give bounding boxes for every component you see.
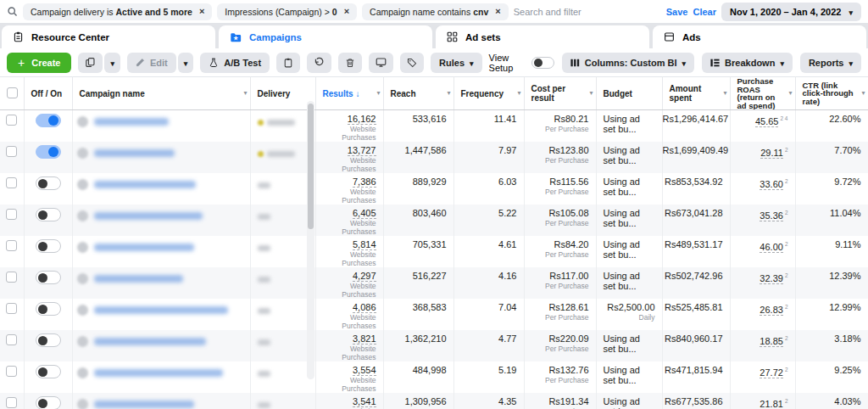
header-results[interactable]: Results ↓ [315,77,383,110]
roas-value[interactable]: 46.00 [760,242,783,253]
create-button[interactable]: Create [7,53,71,73]
roas-value[interactable]: 18.85 [760,336,783,347]
header-cost-per-result[interactable]: Cost per result [524,77,596,110]
duplicate-button[interactable] [78,53,103,73]
header-amount-spent[interactable]: Amount spent [662,77,730,110]
filter-chip-delivery[interactable]: Campaign delivery is Active and 5 more [23,3,212,20]
roas-value[interactable]: 26.83 [760,305,783,316]
row-checkbox[interactable] [6,177,17,188]
roas-cell: 46.002 [730,236,795,267]
campaign-name-redacted[interactable] [94,244,194,251]
row-checkbox[interactable] [6,397,17,408]
roas-value[interactable]: 45.65 [755,116,779,127]
header-purchase-roas[interactable]: Purchase ROAS (return on ad spend) [730,77,795,110]
results-value[interactable]: 6,405 [353,208,376,219]
close-icon[interactable] [344,7,349,16]
campaign-name-redacted[interactable] [94,338,206,345]
tab-campaigns[interactable]: ★ Campaigns [219,25,432,48]
view-setup-toggle[interactable] [531,57,554,69]
row-checkbox[interactable] [6,272,17,283]
row-checkbox[interactable] [6,240,17,251]
results-value[interactable]: 16,162 [348,114,376,125]
search-input[interactable] [514,7,661,17]
row-toggle[interactable] [36,176,61,190]
preview-button[interactable] [369,53,393,73]
roas-value[interactable]: 33.60 [760,179,783,190]
results-value[interactable]: 3,821 [353,333,376,345]
tab-resource-center[interactable]: Resource Center [2,25,215,48]
campaign-name-cell [72,142,250,173]
filter-chip-impressions[interactable]: Impressions (Campaign) > 0 [217,3,357,20]
budget-value: Using ad set bu... [604,271,655,291]
campaign-name-redacted[interactable] [94,401,194,408]
row-toggle[interactable] [36,302,61,316]
date-range-picker[interactable]: Nov 1, 2020 – Jan 4, 2022 [721,3,861,21]
save-filter-link[interactable]: Save [666,7,688,17]
roas-value[interactable]: 29.11 [760,148,783,159]
tag-button[interactable] [400,53,424,73]
delivery-text-redacted [258,308,270,314]
roas-value[interactable]: 32.39 [760,273,783,284]
roas-value[interactable]: 27.72 [760,367,783,378]
select-all-checkbox[interactable] [7,87,18,98]
campaign-name-redacted[interactable] [94,181,196,188]
roas-value[interactable]: 21.81 [760,399,783,409]
results-value[interactable]: 13,727 [348,145,376,156]
tab-ads[interactable]: Ads [653,25,866,48]
row-checkbox[interactable] [6,366,17,377]
header-frequency[interactable]: Frequency [453,77,524,110]
duplicate-menu-button[interactable] [104,53,120,73]
columns-button[interactable]: Columns: Custom BI [562,53,694,73]
close-icon[interactable] [199,7,204,16]
results-value[interactable]: 3,554 [353,365,376,376]
budget-value: Using ad set bu... [604,176,655,197]
budget-value: Using ad set bu... [604,396,655,409]
row-toggle[interactable] [36,145,61,159]
roas-value[interactable]: 35.36 [760,210,783,221]
clear-filter-link[interactable]: Clear [693,7,716,17]
rules-button[interactable]: Rules [431,53,482,73]
undo-button[interactable] [307,53,331,73]
campaign-name-redacted[interactable] [94,118,169,126]
results-value[interactable]: 4,297 [353,271,376,282]
scrollbar-thumb[interactable] [308,104,314,229]
campaign-name-redacted[interactable] [94,212,203,220]
campaign-name-redacted[interactable] [94,149,175,157]
row-toggle[interactable] [36,114,61,127]
header-reach[interactable]: Reach [383,77,453,110]
campaign-name-redacted[interactable] [94,369,223,377]
filter-chip-name[interactable]: Campaign name contains cnv [362,3,509,20]
row-checkbox[interactable] [6,303,17,314]
ab-test-button[interactable]: A/B Test [200,53,270,73]
ctr-cell: 7.70% [795,142,868,173]
results-value[interactable]: 4,086 [353,302,376,313]
row-toggle[interactable] [36,271,61,284]
header-campaign-name[interactable]: Campaign name [72,77,250,110]
results-value[interactable]: 7,386 [353,176,376,188]
row-toggle[interactable] [36,333,61,347]
campaign-name-redacted[interactable] [94,306,228,314]
tab-ad-sets[interactable]: Ad sets [436,25,649,48]
row-checkbox[interactable] [6,334,17,345]
delete-button[interactable] [338,53,362,73]
toggle-knob [38,242,47,251]
breakdown-button[interactable]: Breakdown [702,53,793,73]
campaign-name-redacted[interactable] [94,275,183,283]
row-checkbox[interactable] [6,146,17,157]
row-toggle[interactable] [36,239,61,253]
row-toggle[interactable] [36,365,61,378]
row-checkbox[interactable] [6,209,17,220]
breakdown-icon [710,59,720,67]
row-checkbox[interactable] [6,115,17,126]
edit-menu-button[interactable] [178,53,194,73]
row-toggle[interactable] [36,208,61,221]
paste-button[interactable] [276,53,300,73]
close-icon[interactable] [495,7,500,16]
header-ctr[interactable]: CTR (link click-through rate) [795,77,868,110]
results-value[interactable]: 3,541 [353,396,376,407]
vertical-scrollbar[interactable] [307,101,314,379]
row-toggle[interactable] [36,396,61,409]
edit-button[interactable]: Edit [127,53,176,73]
results-value[interactable]: 5,814 [353,239,376,250]
reports-button[interactable]: Reports [800,53,861,73]
